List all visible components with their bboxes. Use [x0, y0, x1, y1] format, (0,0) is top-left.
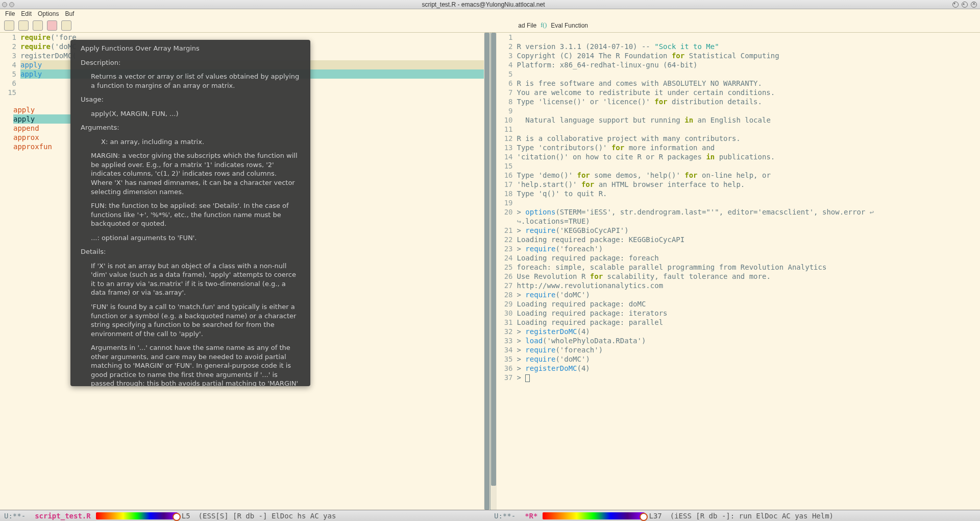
completion-item[interactable]: apply — [13, 105, 70, 114]
ml-right-prefix: U:**- — [490, 512, 520, 520]
popup-usage-h: Usage: — [81, 95, 300, 104]
completion-item[interactable]: approx — [13, 133, 70, 142]
popup-description: Returns a vector or array or list of val… — [81, 72, 300, 90]
popup-arg-x: X: an array, including a matrix. — [81, 137, 300, 147]
popup-details-2: 'FUN' is found by a call to 'match.fun' … — [81, 302, 300, 338]
popup-usage: apply(X, MARGIN, FUN, ...) — [81, 109, 300, 119]
right-code[interactable]: R version 3.1.1 (2014-07-10) -- "Sock it… — [517, 33, 981, 510]
close-file-icon[interactable] — [47, 20, 57, 31]
completion-item[interactable]: approxfun — [13, 142, 70, 151]
popup-details-h: Details: — [81, 247, 300, 256]
menu-buffers[interactable]: Buf — [62, 10, 77, 17]
eval-function-button[interactable]: f() Eval Function — [541, 21, 588, 30]
ml-right-line: L37 — [645, 512, 666, 520]
eval-function-label: Eval Function — [551, 22, 588, 29]
ml-left-prefix: U:**- — [0, 512, 30, 520]
menu-options[interactable]: Options — [35, 10, 62, 17]
rainbow-right-icon — [543, 512, 645, 519]
right-gutter: 1234567891011121314151617181920 21222324… — [497, 33, 517, 510]
right-scrollbar[interactable] — [491, 33, 497, 510]
editor-pane-left[interactable]: 12345615 require('forerequire('doMCregis… — [0, 33, 490, 510]
app-icon — [2, 2, 7, 7]
popup-arg-margin: MARGIN: a vector giving the subscripts w… — [81, 151, 300, 196]
load-file-button[interactable]: ad File — [518, 22, 536, 29]
maximize-button[interactable] — [962, 2, 968, 8]
menu-file[interactable]: File — [2, 10, 18, 17]
editor-pane-right[interactable]: 1234567891011121314151617181920 21222324… — [490, 33, 981, 510]
function-icon: f() — [541, 21, 549, 30]
ml-right-modes: (iESS [R db -]: run ElDoc AC yas Helm) — [666, 512, 838, 520]
window-title: script_test.R - emacs@YulongNiu.attlocal… — [14, 1, 952, 8]
modeline-right[interactable]: U:**- *R* L37 (iESS [R db -]: run ElDoc … — [490, 510, 980, 521]
menu-edit[interactable]: Edit — [18, 10, 35, 17]
popup-description-h: Description: — [81, 58, 300, 67]
ml-right-buffer: *R* — [520, 512, 543, 520]
left-gutter: 12345615 — [0, 33, 20, 510]
titlebar: script_test.R - emacs@YulongNiu.attlocal… — [0, 0, 980, 9]
completion-item[interactable]: append — [13, 124, 70, 133]
popup-arg-dots: ...: optional arguments to 'FUN'. — [81, 233, 300, 243]
ml-left-buffer: script_test.R — [30, 512, 96, 520]
popup-title: Apply Functions Over Array Margins — [81, 44, 300, 53]
completion-item[interactable]: apply — [13, 114, 70, 124]
popup-details-3: Arguments in '...' cannot have the same … — [81, 343, 300, 386]
modeline-left[interactable]: U:**- script_test.R L5 (ESS[S] [R db -] … — [0, 510, 490, 521]
popup-details-1: If 'X' is not an array but an object of … — [81, 262, 300, 297]
popup-arg-fun: FUN: the function to be applied: see 'De… — [81, 201, 300, 228]
open-file-icon[interactable] — [18, 20, 29, 31]
rainbow-left-icon — [96, 512, 178, 519]
minimize-button[interactable] — [952, 2, 959, 8]
popup-arguments-h: Arguments: — [81, 123, 300, 132]
left-scrollbar[interactable] — [484, 33, 490, 510]
titlebar-left-icons — [0, 2, 14, 7]
load-file-label: ad File — [518, 22, 536, 29]
app-icon-2 — [9, 2, 14, 7]
completion-list[interactable]: applyapplyappendapproxapproxfun — [13, 105, 70, 151]
menubar[interactable]: File Edit Options Buf — [0, 9, 980, 18]
save-as-icon[interactable] — [61, 20, 71, 31]
ml-left-modes: (ESS[S] [R db -] ElDoc hs AC yas — [194, 512, 340, 520]
doc-popup: Apply Functions Over Array Margins Descr… — [70, 40, 310, 386]
close-button[interactable] — [971, 2, 977, 8]
toolbar: ad File f() Eval Function — [0, 18, 980, 33]
new-file-icon[interactable] — [4, 20, 14, 31]
save-file-icon[interactable] — [33, 20, 43, 31]
